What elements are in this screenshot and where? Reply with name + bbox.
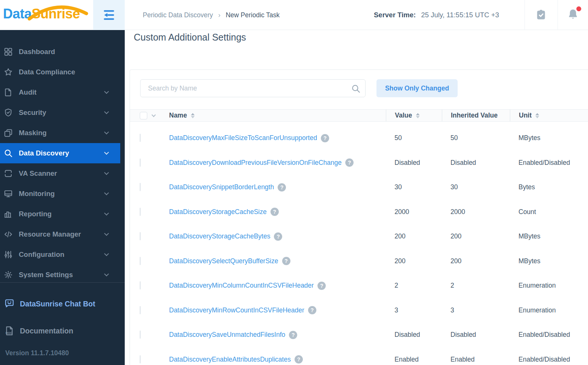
setting-unit: Count xyxy=(510,208,588,216)
setting-inherited-value: 2 xyxy=(442,282,510,290)
sidebar-item-resource-manager[interactable]: Resource Manager xyxy=(0,224,125,244)
chat-bot-link[interactable]: DataSunrise Chat Bot xyxy=(4,298,95,309)
question-help-icon[interactable]: ? xyxy=(321,134,329,142)
row-checkbox[interactable] xyxy=(140,355,141,363)
sidebar-divider xyxy=(0,282,125,283)
row-checkbox[interactable] xyxy=(140,306,141,314)
chevron-down-icon[interactable] xyxy=(151,113,156,117)
sidebar-item-security[interactable]: Security xyxy=(0,103,125,123)
sidebar-item-va-scanner[interactable]: VA Scanner xyxy=(0,163,125,184)
setting-value: Enabled xyxy=(386,356,442,363)
sidebar-item-label: Dashboard xyxy=(19,48,108,56)
sidebar-item-audit[interactable]: Audit xyxy=(0,82,125,103)
question-help-icon[interactable]: ? xyxy=(282,257,290,265)
setting-unit: Enumeration xyxy=(510,306,588,314)
code-icon xyxy=(3,229,14,240)
notifications-button[interactable] xyxy=(558,0,588,30)
setting-name-link[interactable]: DataDiscoverySnippetBorderLength xyxy=(169,183,274,191)
sidebar-collapse-button[interactable] xyxy=(93,0,125,30)
sidebar-item-configuration[interactable]: Configuration xyxy=(0,244,125,265)
sort-icon[interactable] xyxy=(535,113,539,118)
chevron-down-icon xyxy=(104,251,109,256)
gear-icon xyxy=(3,270,14,278)
documentation-label: Documentation xyxy=(20,327,73,335)
top-bar: DataSunrise Periodic Data Discovery › Ne… xyxy=(0,0,588,30)
sidebar-item-label: Data Compliance xyxy=(19,68,108,76)
sidebar-item-label: Configuration xyxy=(19,250,105,259)
setting-unit: Bytes xyxy=(510,183,588,191)
question-help-icon[interactable]: ? xyxy=(317,282,326,290)
question-help-icon[interactable]: ? xyxy=(278,183,286,192)
setting-unit: Enabled/Disabled xyxy=(510,159,588,167)
chevron-down-icon xyxy=(104,130,109,134)
select-all-checkbox[interactable] xyxy=(140,112,147,119)
tasks-button[interactable] xyxy=(525,0,558,30)
question-help-icon[interactable]: ? xyxy=(289,331,297,339)
chevron-down-icon xyxy=(104,89,109,94)
sidebar: Dashboard Data Compliance Audit Security xyxy=(0,30,125,365)
question-help-icon[interactable]: ? xyxy=(295,355,303,363)
column-header-inherited-value: Inherited Value xyxy=(451,112,497,119)
question-help-icon[interactable]: ? xyxy=(271,208,279,216)
logo-text-data: Data xyxy=(3,6,32,21)
setting-inherited-value: Enabled xyxy=(442,356,510,363)
chevron-down-icon xyxy=(104,150,109,155)
row-checkbox[interactable] xyxy=(140,208,141,216)
sidebar-item-masking[interactable]: Masking xyxy=(0,123,125,143)
column-header-unit: Unit xyxy=(519,112,532,119)
setting-name-link[interactable]: DataDiscoverySaveUnmatchedFilesInfo xyxy=(169,331,285,339)
row-checkbox[interactable] xyxy=(140,257,141,265)
documentation-link[interactable]: DOC Documentation xyxy=(4,325,73,336)
row-checkbox[interactable] xyxy=(140,158,141,167)
setting-name-link[interactable]: DataDiscoveryStorageCacheBytes xyxy=(169,232,270,240)
row-checkbox[interactable] xyxy=(140,281,141,290)
setting-name-link[interactable]: DataDiscoverySelectQueryBufferSize xyxy=(169,257,278,265)
setting-value: 200 xyxy=(386,232,442,240)
page-title: Custom Additional Settings xyxy=(134,32,246,43)
main-content: Custom Additional Settings Show Only Cha… xyxy=(125,30,588,365)
sidebar-item-data-compliance[interactable]: Data Compliance xyxy=(0,62,125,82)
table-body: DataDiscoveryMaxFileSizeToScanForUnsuppo… xyxy=(130,122,588,365)
sort-icon[interactable] xyxy=(416,113,420,118)
table-row: DataDiscoveryEnableAttributesDuplicates … xyxy=(130,347,588,365)
logo-text-sunrise: Sunrise xyxy=(32,6,80,21)
setting-unit: MBytes xyxy=(510,257,588,265)
sidebar-item-reporting[interactable]: Reporting xyxy=(0,204,125,224)
table-row: DataDiscoveryMaxFileSizeToScanForUnsuppo… xyxy=(130,126,588,151)
search-icon xyxy=(3,148,14,158)
column-header-value: Value xyxy=(395,112,412,119)
row-checkbox[interactable] xyxy=(140,134,141,142)
sidebar-item-data-discovery[interactable]: Data Discovery xyxy=(0,143,120,163)
search-input[interactable] xyxy=(140,79,366,97)
question-help-icon[interactable]: ? xyxy=(345,158,354,167)
setting-name-link[interactable]: DataDiscoveryMinRowCountInCSVFileHeader xyxy=(169,306,304,314)
sliders-icon xyxy=(3,249,14,260)
setting-name-link[interactable]: DataDiscoveryDownloadPreviousFileVersion… xyxy=(169,159,342,167)
table-row: DataDiscoveryMinColumnCountInCSVFileHead… xyxy=(130,273,588,298)
sidebar-item-monitoring[interactable]: Monitoring xyxy=(0,184,125,204)
magnifier-icon[interactable] xyxy=(351,84,361,94)
setting-name-link[interactable]: DataDiscoveryStorageCacheSize xyxy=(169,208,267,216)
setting-name-link[interactable]: DataDiscoveryMaxFileSizeToScanForUnsuppo… xyxy=(169,134,317,142)
sidebar-item-system-settings[interactable]: System Settings xyxy=(0,265,125,278)
row-checkbox[interactable] xyxy=(140,183,141,191)
question-help-icon[interactable]: ? xyxy=(308,306,316,314)
column-header-name: Name xyxy=(169,112,187,119)
sort-icon[interactable] xyxy=(191,113,195,118)
row-checkbox[interactable] xyxy=(140,330,141,339)
setting-name-link[interactable]: DataDiscoveryMinColumnCountInCSVFileHead… xyxy=(169,282,314,290)
breadcrumb-current: New Periodic Task xyxy=(226,11,280,19)
breadcrumb-parent[interactable]: Periodic Data Discovery xyxy=(143,11,213,19)
sidebar-item-dashboard[interactable]: Dashboard xyxy=(0,42,125,62)
shield-check-icon xyxy=(3,107,14,118)
table-row: DataDiscoveryDownloadPreviousFileVersion… xyxy=(130,151,588,175)
scanner-frame-icon xyxy=(3,168,14,179)
sidebar-item-label: Audit xyxy=(19,88,105,97)
chat-bot-label: DataSunrise Chat Bot xyxy=(20,300,95,308)
setting-inherited-value: 200 xyxy=(442,257,510,265)
setting-name-link[interactable]: DataDiscoveryEnableAttributesDuplicates xyxy=(169,356,291,363)
row-checkbox[interactable] xyxy=(140,232,141,240)
datasunrise-logo[interactable]: DataSunrise xyxy=(3,6,80,22)
show-only-changed-button[interactable]: Show Only Changed xyxy=(376,79,458,97)
question-help-icon[interactable]: ? xyxy=(274,232,282,241)
